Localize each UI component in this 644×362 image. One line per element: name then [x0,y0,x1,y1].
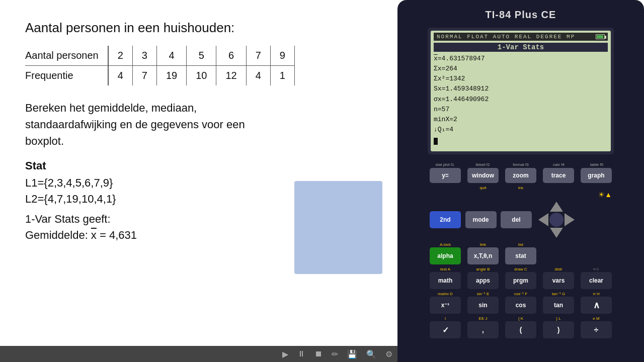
row2-v7: 1 [270,66,294,86]
graph-button[interactable]: graph [581,168,612,183]
func-label-4: calc f4 [544,162,574,167]
sublabel-angle: angle B [467,267,499,272]
caret-button[interactable]: ∧ [581,297,612,314]
sublabel-r4-5: ≈☆ [581,267,612,272]
sublabel-pi: π H [581,292,612,296]
row4-sublabels: test A angle B draw C distr ≈☆ [428,267,614,272]
trace-button[interactable]: trace [543,168,574,183]
btn-row-5: x⁻¹ sin cos tan ∧ [428,297,614,314]
description-text: Bereken het gemiddelde, mediaan,standaar… [25,100,372,149]
prgm-button[interactable]: prgm [505,272,536,289]
save-icon: 💾 [347,349,357,359]
row2-v1: 4 [108,66,133,86]
math-button[interactable]: math [430,272,461,289]
btn-row-1: y= window zoom trace graph [428,168,614,183]
sublabel-brace-open: { K [505,316,536,321]
apps-button[interactable]: apps [467,272,499,289]
sublabel-cosminus: cos⁻¹ F [505,292,536,296]
sublabel-alock: A-lock [430,242,461,247]
sublabel-e: e M [581,316,612,321]
sublabel-empty2 [581,186,612,190]
sublabel-link: link [467,242,499,247]
settings-icon: ⚙ [385,349,392,359]
dpad-up-button[interactable] [550,202,563,212]
dpad-down-button[interactable] [550,228,563,238]
calculator: TI-84 Plus CE NORMAL FLOAT AUTO REAL DEG… [397,0,644,362]
sublabel-list: list [505,242,536,247]
screen-line-8: ↓Q₁=4 [434,125,608,135]
2nd-button[interactable]: 2nd [430,211,461,228]
dpad-right-button[interactable] [565,213,575,226]
blue-highlight-box [294,181,382,274]
calc-title: TI-84 Plus CE [486,9,556,21]
alpha-button[interactable]: alpha [430,247,461,264]
screen-line-3: Σx²=1342 [434,74,608,84]
screen-line-1: x=4.631578947 [434,54,608,64]
brightness-up-icon: ☀▲ [598,191,612,199]
divide-button[interactable]: ÷ [581,321,612,338]
sin-button[interactable]: sin [467,297,499,314]
btn-row-6: ✓ , ( ) ÷ [428,321,614,338]
brightness-row: ☀▲ [428,191,614,199]
screen-cursor-line [434,135,608,145]
y-equals-button[interactable]: y= [430,168,461,183]
row6-sublabels: I EE J { K } L e M [428,316,614,321]
del-button[interactable]: del [501,211,532,228]
clear-button[interactable]: clear [581,272,612,289]
stop-icon: ⏹ [314,349,323,358]
bottom-bar: ▶ ⏸ ⏹ ✏ 💾 🔍 ⚙ [0,346,397,362]
sublabel-EE: EE J [467,316,499,321]
sublabel-distr: distr [543,267,574,272]
func-label-1: stat plot f1 [430,162,460,167]
vars-button[interactable]: vars [543,272,574,289]
dpad[interactable] [536,200,577,240]
mode-button[interactable]: mode [465,211,497,228]
window-button[interactable]: window [467,168,499,183]
screen-title: 1-Var Stats [434,43,608,52]
xthetaN-button[interactable]: x,T,θ,n [467,247,499,264]
row1-label: Aantal personen [25,46,108,66]
row1-v1: 2 [108,46,133,66]
dpad-center [549,213,564,227]
sublabel-test: test A [430,267,461,272]
sublabel-tanminus: tan⁻¹ G [543,292,574,296]
stat-button[interactable]: stat [505,247,536,264]
zoom-button[interactable]: zoom [505,168,536,183]
row2-v3: 19 [156,66,186,86]
play-icon: ▶ [282,349,288,359]
left-panel: Aantal personen in een huishouden: Aanta… [0,0,397,362]
tan-button[interactable]: tan [543,297,574,314]
func-label-5: table f5 [582,162,612,167]
pause-icon: ⏸ [297,349,305,358]
status-text: NORMAL FLOAT AUTO REAL DEGREE MP [437,34,575,40]
dpad-left-button[interactable] [538,213,548,226]
xinverse-button[interactable]: x⁻¹ [430,297,461,314]
sublabel-2nd [430,186,461,190]
row2-v5: 12 [216,66,246,86]
screen-status-bar: NORMAL FLOAT AUTO REAL DEGREE MP [434,33,608,41]
paren-close-button[interactable]: ) [543,321,574,338]
sublabel-quit: quit [467,186,499,190]
btn-row-2: 2nd mode del [428,200,614,240]
calc-title-regular: TI-84 [486,9,515,20]
sublabel-I: I [430,316,461,321]
sublabel-brace-close: } L [543,316,574,321]
row1-v6: 7 [246,46,270,66]
row2-v2: 7 [132,66,156,86]
sublabel-sinminus: sin⁻¹ E [467,292,499,296]
sublabel-draw: draw C [505,267,536,272]
row3-sublabels: A-lock link list [428,242,614,247]
row1-v7: 9 [270,46,294,66]
screen-line-6: n=57 [434,105,608,115]
cos-button[interactable]: cos [505,297,536,314]
func-label-3: format f3 [506,162,536,167]
empty-r3-5 [581,247,612,264]
row2-v6: 4 [246,66,270,86]
paren-open-button[interactable]: ( [505,321,536,338]
screen-line-7: minX=2 [434,115,608,125]
edit-icon: ✏ [332,349,338,359]
sublabel-r3-5 [581,242,612,247]
comma-button[interactable]: , [467,321,499,338]
sublabel-empty1 [543,186,574,190]
checkmark-button[interactable]: ✓ [430,321,461,338]
